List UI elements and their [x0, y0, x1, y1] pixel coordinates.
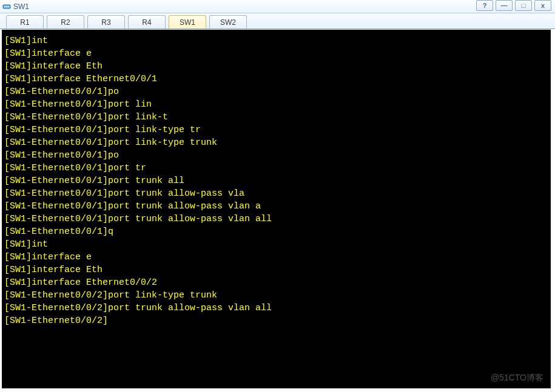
terminal-line: [SW1-Ethernet0/0/1]port trunk all	[4, 174, 548, 187]
terminal-line: [SW1-Ethernet0/0/1]po	[4, 149, 548, 162]
terminal-line: [SW1]interface Ethernet0/0/1	[4, 73, 548, 85]
terminal-line: [SW1]interface e	[4, 47, 548, 60]
tab-strip: R1 R2 R3 R4 SW1 SW2	[0, 13, 555, 29]
terminal-line: [SW1-Ethernet0/0/1]port trunk allow-pass…	[4, 213, 548, 225]
terminal-output[interactable]: [SW1]int [SW1]interface e [SW1]interface…	[2, 30, 551, 388]
terminal-line: [SW1-Ethernet0/0/1]port link-type tr	[4, 124, 548, 136]
tab-r1[interactable]: R1	[6, 15, 44, 28]
terminal-line: [SW1-Ethernet0/0/1]port lin	[4, 98, 548, 111]
terminal-line: [SW1]int	[4, 35, 548, 47]
svg-rect-1	[4, 6, 5, 7]
window-controls: ? — □ x	[476, 0, 551, 11]
terminal-line: [SW1]interface e	[4, 251, 548, 264]
terminal-line: [SW1-Ethernet0/0/1]port link-t	[4, 111, 548, 124]
terminal-line: [SW1-Ethernet0/0/1]port trunk allow-pass…	[4, 200, 548, 213]
close-button[interactable]: x	[534, 0, 551, 11]
terminal-line: [SW1-Ethernet0/0/2]port link-type trunk	[4, 289, 548, 302]
terminal-line: [SW1-Ethernet0/0/1]port tr	[4, 162, 548, 174]
svg-rect-2	[6, 6, 7, 7]
terminal-line: [SW1]interface Ethernet0/0/2	[4, 276, 548, 289]
maximize-button[interactable]: □	[515, 0, 532, 11]
tab-r2[interactable]: R2	[47, 15, 84, 28]
terminal-line: [SW1]interface Eth	[4, 264, 548, 276]
tab-sw2[interactable]: SW2	[209, 15, 247, 28]
watermark: @51CTO博客	[491, 373, 543, 384]
terminal-line: [SW1-Ethernet0/0/2]port trunk allow-pass…	[4, 302, 548, 314]
minimize-button[interactable]: —	[496, 0, 513, 11]
tab-sw1[interactable]: SW1	[169, 15, 206, 28]
svg-rect-3	[8, 6, 9, 7]
tab-r4[interactable]: R4	[128, 15, 166, 28]
terminal-line: [SW1-Ethernet0/0/2]	[4, 314, 548, 327]
terminal-line: [SW1-Ethernet0/0/1]port link-type trunk	[4, 136, 548, 149]
tab-r3[interactable]: R3	[87, 15, 125, 28]
terminal-line: [SW1-Ethernet0/0/1]q	[4, 225, 548, 238]
terminal-line: [SW1]int	[4, 238, 548, 251]
title-bar: SW1	[0, 0, 555, 13]
window-title: SW1	[13, 2, 553, 11]
terminal-line: [SW1]interface Eth	[4, 60, 548, 73]
terminal-line: [SW1-Ethernet0/0/1]port trunk allow-pass…	[4, 187, 548, 200]
help-button[interactable]: ?	[476, 0, 493, 11]
app-icon	[2, 2, 11, 11]
terminal-line: [SW1-Ethernet0/0/1]po	[4, 85, 548, 98]
